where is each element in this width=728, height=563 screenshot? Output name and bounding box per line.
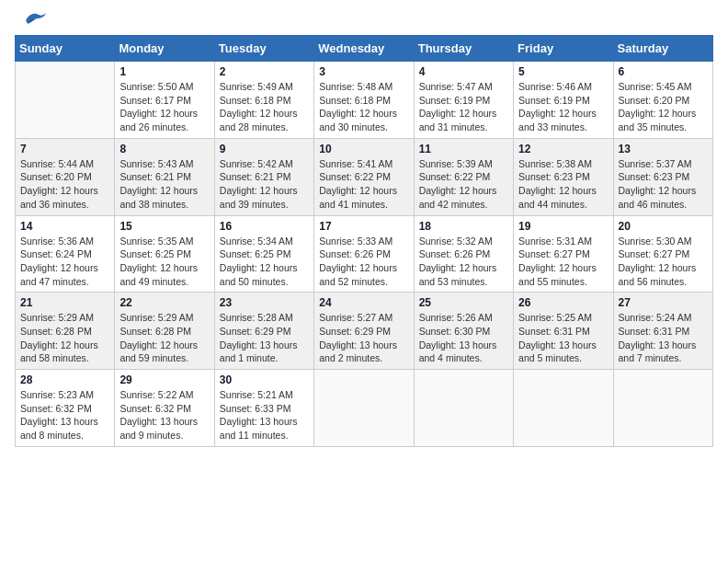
day-info-line: and 46 minutes. [619,198,708,212]
calendar-cell: 1Sunrise: 5:50 AMSunset: 6:17 PMDaylight… [115,62,214,139]
page-header [15,15,713,28]
day-info: Sunrise: 5:49 AMSunset: 6:18 PMDaylight:… [220,80,309,134]
calendar-table: SundayMondayTuesdayWednesdayThursdayFrid… [15,35,713,447]
calendar-cell [514,370,613,447]
day-info: Sunrise: 5:39 AMSunset: 6:22 PMDaylight:… [419,157,508,212]
day-info: Sunrise: 5:34 AMSunset: 6:25 PMDaylight:… [220,235,309,289]
day-number: 12 [518,143,608,155]
day-info: Sunrise: 5:26 AMSunset: 6:30 PMDaylight:… [419,311,508,365]
day-number: 22 [119,296,209,309]
day-info-line: Sunrise: 5:44 AM [20,157,109,171]
calendar-cell: 18Sunrise: 5:32 AMSunset: 6:26 PMDayligh… [414,215,513,293]
day-number: 4 [419,65,508,78]
day-number: 19 [518,220,608,233]
day-number: 27 [619,296,708,309]
day-info: Sunrise: 5:29 AMSunset: 6:28 PMDaylight:… [119,311,209,365]
day-info-line: Sunrise: 5:47 AM [419,80,508,94]
calendar-cell: 4Sunrise: 5:47 AMSunset: 6:19 PMDaylight… [414,62,513,139]
day-info: Sunrise: 5:37 AMSunset: 6:23 PMDaylight:… [619,157,708,212]
day-info-line: Daylight: 12 hours [419,184,508,198]
calendar-week-row: 14Sunrise: 5:36 AMSunset: 6:24 PMDayligh… [16,215,713,293]
calendar-cell: 24Sunrise: 5:27 AMSunset: 6:29 PMDayligh… [314,293,414,370]
day-info-line: and 36 minutes. [20,198,109,212]
day-number: 6 [619,65,708,78]
day-info-line: Sunrise: 5:49 AM [220,80,309,94]
day-info-line: Daylight: 13 hours [518,339,608,352]
calendar-cell: 26Sunrise: 5:25 AMSunset: 6:31 PMDayligh… [514,293,613,370]
day-info-line: Sunrise: 5:29 AM [20,311,109,325]
day-info-line: and 59 minutes. [119,351,209,365]
calendar-cell: 9Sunrise: 5:42 AMSunset: 6:21 PMDaylight… [214,138,313,215]
day-info-line: Sunset: 6:24 PM [20,247,109,261]
day-info-line: and 53 minutes. [419,275,508,289]
calendar-cell: 14Sunrise: 5:36 AMSunset: 6:24 PMDayligh… [16,215,115,293]
calendar-week-row: 21Sunrise: 5:29 AMSunset: 6:28 PMDayligh… [16,293,713,370]
day-info-line: Sunrise: 5:46 AM [518,80,608,94]
day-number: 14 [20,220,109,233]
calendar-week-row: 28Sunrise: 5:23 AMSunset: 6:32 PMDayligh… [16,370,713,447]
day-number: 13 [619,143,708,155]
day-number: 29 [119,373,209,386]
day-info-line: Sunset: 6:20 PM [619,94,708,108]
day-info-line: Sunset: 6:32 PM [20,402,109,416]
day-info-line: Sunrise: 5:21 AM [220,388,309,402]
day-info-line: Sunset: 6:20 PM [20,170,109,184]
day-info-line: and 5 minutes. [518,351,608,365]
calendar-cell: 6Sunrise: 5:45 AMSunset: 6:20 PMDaylight… [613,62,712,139]
day-number: 2 [220,65,309,78]
calendar-cell [314,370,414,447]
day-info-line: Daylight: 12 hours [619,184,708,198]
day-info-line: Sunrise: 5:50 AM [119,80,209,94]
day-info-line: Sunset: 6:30 PM [419,325,508,339]
day-info: Sunrise: 5:22 AMSunset: 6:32 PMDaylight:… [119,388,209,442]
day-header-friday: Friday [514,36,613,62]
day-info-line: Sunset: 6:23 PM [518,170,608,184]
day-info-line: Sunset: 6:21 PM [119,170,209,184]
logo [15,15,48,28]
calendar-cell: 30Sunrise: 5:21 AMSunset: 6:33 PMDayligh… [214,370,313,447]
calendar-cell: 25Sunrise: 5:26 AMSunset: 6:30 PMDayligh… [414,293,513,370]
day-info-line: Sunrise: 5:45 AM [619,80,708,94]
day-header-sunday: Sunday [16,36,115,62]
day-info: Sunrise: 5:36 AMSunset: 6:24 PMDaylight:… [20,235,109,289]
day-info-line: Sunset: 6:21 PM [220,170,309,184]
day-info-line: Daylight: 12 hours [119,184,209,198]
day-info: Sunrise: 5:42 AMSunset: 6:21 PMDaylight:… [220,157,309,212]
day-info-line: Sunrise: 5:27 AM [319,311,408,325]
day-number: 21 [20,296,109,309]
day-info-line: Daylight: 12 hours [119,107,209,121]
day-info: Sunrise: 5:32 AMSunset: 6:26 PMDaylight:… [419,235,508,289]
day-info-line: and 58 minutes. [20,351,109,365]
day-info-line: Sunrise: 5:48 AM [319,80,408,94]
day-info: Sunrise: 5:48 AMSunset: 6:18 PMDaylight:… [319,80,408,134]
calendar-cell: 16Sunrise: 5:34 AMSunset: 6:25 PMDayligh… [214,215,313,293]
day-info-line: Sunset: 6:32 PM [119,402,209,416]
day-info-line: Sunset: 6:22 PM [319,170,408,184]
day-info-line: and 1 minute. [220,351,309,365]
day-info-line: Daylight: 12 hours [220,184,309,198]
day-info-line: and 8 minutes. [20,429,109,442]
day-info-line: Sunrise: 5:32 AM [419,235,508,248]
calendar-week-row: 1Sunrise: 5:50 AMSunset: 6:17 PMDaylight… [16,62,713,139]
calendar-cell: 3Sunrise: 5:48 AMSunset: 6:18 PMDaylight… [314,62,414,139]
day-number: 16 [220,220,309,233]
day-info-line: Sunrise: 5:35 AM [119,235,209,248]
calendar-cell: 17Sunrise: 5:33 AMSunset: 6:26 PMDayligh… [314,215,414,293]
calendar-cell: 11Sunrise: 5:39 AMSunset: 6:22 PMDayligh… [414,138,513,215]
day-info-line: Sunrise: 5:37 AM [619,157,708,171]
day-info-line: Daylight: 12 hours [619,261,708,275]
day-info-line: Sunset: 6:26 PM [319,247,408,261]
day-number: 8 [119,143,209,155]
day-info-line: Daylight: 13 hours [419,339,508,352]
day-info-line: Daylight: 12 hours [319,184,408,198]
day-info-line: Daylight: 12 hours [220,261,309,275]
day-info-line: Sunrise: 5:43 AM [119,157,209,171]
day-info-line: and 31 minutes. [419,121,508,134]
calendar-cell: 2Sunrise: 5:49 AMSunset: 6:18 PMDaylight… [214,62,313,139]
day-number: 23 [220,296,309,309]
day-info: Sunrise: 5:45 AMSunset: 6:20 PMDaylight:… [619,80,708,134]
day-info-line: Sunset: 6:17 PM [119,94,209,108]
day-info: Sunrise: 5:30 AMSunset: 6:27 PMDaylight:… [619,235,708,289]
day-info-line: Sunrise: 5:23 AM [20,388,109,402]
day-info-line: and 28 minutes. [220,121,309,134]
